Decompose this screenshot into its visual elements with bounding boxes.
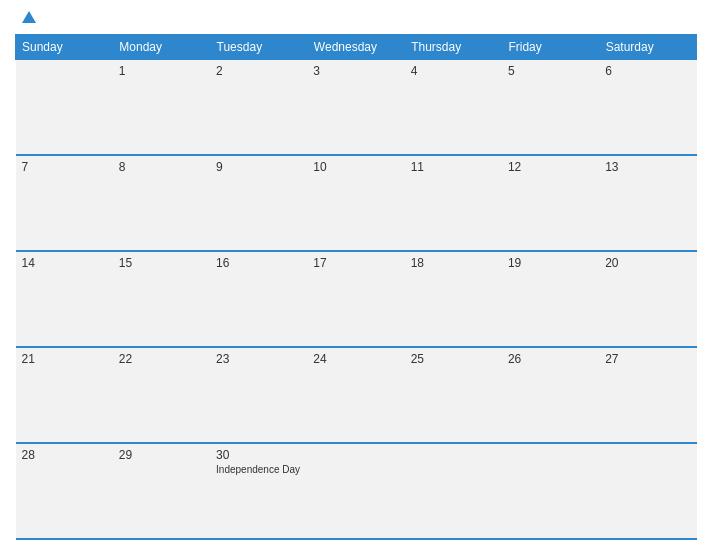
day-number: 26 — [508, 352, 593, 366]
calendar-day-cell: 13 — [599, 155, 696, 251]
day-number: 6 — [605, 64, 690, 78]
calendar-day-cell: 11 — [405, 155, 502, 251]
day-number: 17 — [313, 256, 398, 270]
day-number: 3 — [313, 64, 398, 78]
calendar-day-cell: 8 — [113, 155, 210, 251]
day-number: 27 — [605, 352, 690, 366]
day-number: 23 — [216, 352, 301, 366]
day-number: 25 — [411, 352, 496, 366]
calendar-header — [15, 10, 697, 26]
weekday-header: Friday — [502, 35, 599, 60]
day-number: 13 — [605, 160, 690, 174]
calendar-day-cell: 23 — [210, 347, 307, 443]
logo-line1 — [20, 10, 36, 26]
calendar-week-row: 282930Independence Day — [16, 443, 697, 539]
calendar-day-cell: 21 — [16, 347, 113, 443]
calendar-day-cell: 24 — [307, 347, 404, 443]
day-number: 7 — [22, 160, 107, 174]
calendar-day-cell — [405, 443, 502, 539]
calendar-day-cell — [307, 443, 404, 539]
day-number: 20 — [605, 256, 690, 270]
calendar-day-cell: 30Independence Day — [210, 443, 307, 539]
weekday-header: Tuesday — [210, 35, 307, 60]
day-number: 11 — [411, 160, 496, 174]
day-number: 8 — [119, 160, 204, 174]
calendar-thead: SundayMondayTuesdayWednesdayThursdayFrid… — [16, 35, 697, 60]
calendar-day-cell: 10 — [307, 155, 404, 251]
day-number: 29 — [119, 448, 204, 462]
calendar-day-cell: 4 — [405, 60, 502, 156]
day-number: 18 — [411, 256, 496, 270]
day-number: 5 — [508, 64, 593, 78]
calendar-day-cell: 22 — [113, 347, 210, 443]
calendar-week-row: 14151617181920 — [16, 251, 697, 347]
calendar-table: SundayMondayTuesdayWednesdayThursdayFrid… — [15, 34, 697, 540]
day-number: 1 — [119, 64, 204, 78]
weekday-header: Monday — [113, 35, 210, 60]
day-number: 21 — [22, 352, 107, 366]
calendar-day-cell: 1 — [113, 60, 210, 156]
day-number: 28 — [22, 448, 107, 462]
calendar-day-cell: 18 — [405, 251, 502, 347]
calendar-day-cell: 29 — [113, 443, 210, 539]
logo — [20, 10, 36, 26]
calendar-day-cell: 28 — [16, 443, 113, 539]
calendar-week-row: 78910111213 — [16, 155, 697, 251]
weekday-header-row: SundayMondayTuesdayWednesdayThursdayFrid… — [16, 35, 697, 60]
calendar-day-cell: 7 — [16, 155, 113, 251]
day-number: 10 — [313, 160, 398, 174]
holiday-label: Independence Day — [216, 464, 301, 475]
weekday-header: Thursday — [405, 35, 502, 60]
calendar-day-cell: 25 — [405, 347, 502, 443]
day-number: 15 — [119, 256, 204, 270]
calendar-day-cell — [502, 443, 599, 539]
calendar-day-cell: 6 — [599, 60, 696, 156]
day-number: 4 — [411, 64, 496, 78]
day-number: 22 — [119, 352, 204, 366]
day-number: 2 — [216, 64, 301, 78]
weekday-header: Sunday — [16, 35, 113, 60]
calendar-week-row: 123456 — [16, 60, 697, 156]
day-number: 12 — [508, 160, 593, 174]
weekday-header: Wednesday — [307, 35, 404, 60]
calendar-day-cell — [16, 60, 113, 156]
calendar-day-cell: 15 — [113, 251, 210, 347]
day-number: 30 — [216, 448, 301, 462]
calendar-day-cell: 2 — [210, 60, 307, 156]
calendar-day-cell: 14 — [16, 251, 113, 347]
calendar-day-cell: 17 — [307, 251, 404, 347]
calendar-week-row: 21222324252627 — [16, 347, 697, 443]
weekday-header: Saturday — [599, 35, 696, 60]
day-number: 19 — [508, 256, 593, 270]
day-number: 9 — [216, 160, 301, 174]
calendar-container: SundayMondayTuesdayWednesdayThursdayFrid… — [0, 0, 712, 550]
logo-triangle-icon — [22, 11, 36, 23]
calendar-day-cell: 9 — [210, 155, 307, 251]
calendar-day-cell: 16 — [210, 251, 307, 347]
day-number: 16 — [216, 256, 301, 270]
day-number: 24 — [313, 352, 398, 366]
day-number: 14 — [22, 256, 107, 270]
calendar-day-cell: 20 — [599, 251, 696, 347]
calendar-day-cell: 5 — [502, 60, 599, 156]
calendar-day-cell — [599, 443, 696, 539]
calendar-day-cell: 19 — [502, 251, 599, 347]
calendar-day-cell: 3 — [307, 60, 404, 156]
calendar-tbody: 1234567891011121314151617181920212223242… — [16, 60, 697, 540]
calendar-day-cell: 12 — [502, 155, 599, 251]
calendar-day-cell: 26 — [502, 347, 599, 443]
calendar-day-cell: 27 — [599, 347, 696, 443]
